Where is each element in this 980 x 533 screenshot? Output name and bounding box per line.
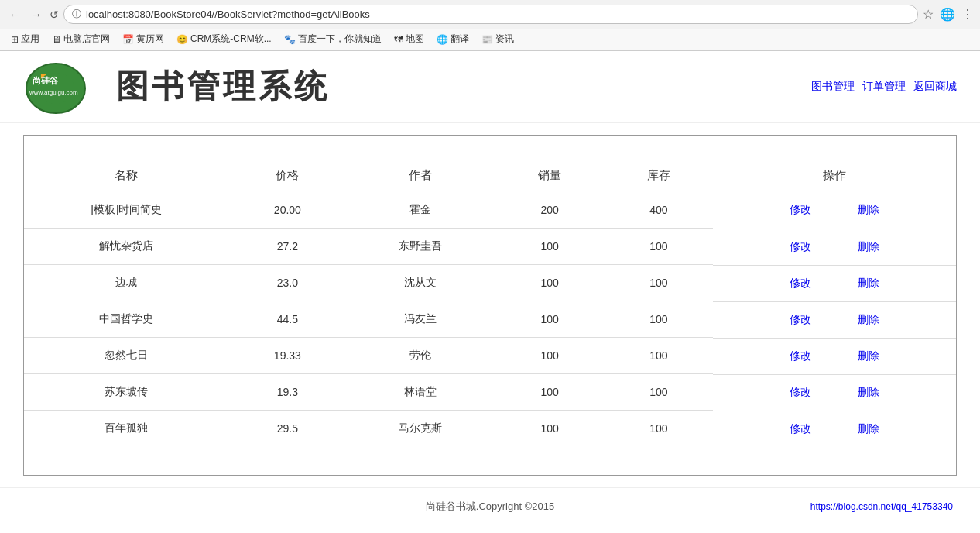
star-icon[interactable]: ☆ xyxy=(923,7,934,22)
menu-icon[interactable]: ⋮ xyxy=(961,7,974,22)
site-header: U 尚硅谷 www.atguigu.com 图书管理系统 图书管理 订单管理 返… xyxy=(0,51,980,123)
cell-name: 忽然七日 xyxy=(24,338,229,374)
cell-stock: 100 xyxy=(605,265,714,301)
nav-order-management[interactable]: 订单管理 xyxy=(862,80,906,94)
cell-name: 边城 xyxy=(24,265,229,301)
site-logo: U 尚硅谷 www.atguigu.com xyxy=(23,59,108,115)
edit-button[interactable]: 修改 xyxy=(790,422,811,436)
cell-sales: 100 xyxy=(495,411,605,447)
col-header-name: 名称 xyxy=(24,159,229,192)
table-row: 中国哲学史 44.5 冯友兰 100 100 修改 删除 xyxy=(24,301,956,338)
extension-icon[interactable]: 🌐 xyxy=(940,7,955,22)
table-row: 百年孤独 29.5 马尔克斯 100 100 修改 删除 xyxy=(24,411,956,447)
svg-text:尚硅谷: 尚硅谷 xyxy=(33,76,59,85)
cell-sales: 100 xyxy=(495,265,605,301)
bookmark-huangli[interactable]: 📅 黄历网 xyxy=(118,31,169,47)
news-icon: 📰 xyxy=(481,34,493,45)
delete-button[interactable]: 删除 xyxy=(858,203,879,217)
browser-action-icons: ☆ 🌐 ⋮ xyxy=(923,7,974,22)
bookmark-map[interactable]: 🗺 地图 xyxy=(389,31,429,47)
page-wrapper: U 尚硅谷 www.atguigu.com 图书管理系统 图书管理 订单管理 返… xyxy=(0,51,980,525)
baidu-icon: 🐾 xyxy=(284,34,296,45)
cell-sales: 200 xyxy=(495,192,605,229)
delete-button[interactable]: 删除 xyxy=(858,277,879,291)
cell-actions: 修改 删除 xyxy=(713,411,956,447)
delete-button[interactable]: 删除 xyxy=(858,313,879,327)
cell-actions: 修改 删除 xyxy=(713,192,956,228)
table-row: [模板]时间简史 20.00 霍金 200 400 修改 删除 xyxy=(24,192,956,229)
cell-author: 霍金 xyxy=(346,192,495,229)
cell-actions: 修改 删除 xyxy=(713,338,956,374)
translate-icon: 🌐 xyxy=(437,34,448,45)
cell-sales: 100 xyxy=(495,338,605,374)
site-title: 图书管理系统 xyxy=(116,65,330,108)
apps-icon: ⊞ xyxy=(11,34,19,45)
cell-price: 27.2 xyxy=(229,229,346,265)
delete-button[interactable]: 删除 xyxy=(858,422,879,436)
col-header-stock: 库存 xyxy=(605,159,714,192)
cell-price: 19.3 xyxy=(229,374,346,411)
forward-button[interactable]: → xyxy=(28,6,45,23)
table-row: 边城 23.0 沈从文 100 100 修改 删除 xyxy=(24,265,956,301)
lock-icon: ⓘ xyxy=(72,8,81,21)
table-row: 解忧杂货店 27.2 东野圭吾 100 100 修改 删除 xyxy=(24,229,956,265)
cell-author: 东野圭吾 xyxy=(346,229,495,265)
footer-copyright: 尚硅谷书城.Copyright ©2015 xyxy=(426,500,554,514)
pcstore-icon: 🖥 xyxy=(52,34,61,45)
cell-name: 苏东坡传 xyxy=(24,374,229,411)
cell-stock: 400 xyxy=(605,192,714,229)
cell-name: 百年孤独 xyxy=(24,411,229,447)
address-bar[interactable]: ⓘ localhost:8080/BookStore04//BookServle… xyxy=(63,5,918,24)
table-header-row: 名称 价格 作者 销量 库存 操作 xyxy=(24,159,956,192)
bookmark-baidu[interactable]: 🐾 百度一下，你就知道 xyxy=(279,31,386,47)
bookmark-crm[interactable]: 😊 CRM系统-CRM软... xyxy=(172,31,276,47)
delete-button[interactable]: 删除 xyxy=(858,240,879,254)
reload-button[interactable]: ↺ xyxy=(50,9,59,21)
col-header-author: 作者 xyxy=(346,159,495,192)
bookmarks-bar: ⊞ 应用 🖥 电脑店官网 📅 黄历网 😊 CRM系统-CRM软... 🐾 百度一… xyxy=(0,29,980,50)
map-icon: 🗺 xyxy=(394,34,403,45)
delete-button[interactable]: 删除 xyxy=(858,386,879,400)
cell-author: 冯友兰 xyxy=(346,301,495,338)
url-text: localhost:8080/BookStore04//BookServlet?… xyxy=(86,9,910,20)
main-content: 名称 价格 作者 销量 库存 操作 [模板]时间简史 20.00 霍金 200 … xyxy=(23,135,957,476)
huangli-icon: 📅 xyxy=(122,34,134,45)
nav-book-management[interactable]: 图书管理 xyxy=(811,80,855,94)
delete-button[interactable]: 删除 xyxy=(858,349,879,363)
logo-area: U 尚硅谷 www.atguigu.com 图书管理系统 xyxy=(23,59,330,115)
cell-author: 劳伦 xyxy=(346,338,495,374)
cell-price: 19.33 xyxy=(229,338,346,374)
edit-button[interactable]: 修改 xyxy=(790,349,811,363)
edit-button[interactable]: 修改 xyxy=(790,240,811,254)
table-row: 忽然七日 19.33 劳伦 100 100 修改 删除 xyxy=(24,338,956,374)
cell-stock: 100 xyxy=(605,229,714,265)
nav-return-store[interactable]: 返回商城 xyxy=(913,80,957,94)
bookmark-translate[interactable]: 🌐 翻译 xyxy=(432,31,474,47)
cell-stock: 100 xyxy=(605,338,714,374)
crm-icon: 😊 xyxy=(176,34,188,45)
edit-button[interactable]: 修改 xyxy=(790,386,811,400)
bookmark-news[interactable]: 📰 资讯 xyxy=(477,31,519,47)
cell-actions: 修改 删除 xyxy=(713,374,956,411)
edit-button[interactable]: 修改 xyxy=(790,277,811,291)
footer-blog-link[interactable]: https://blog.csdn.net/qq_41753340 xyxy=(810,501,953,512)
cell-price: 44.5 xyxy=(229,301,346,338)
header-nav: 图书管理 订单管理 返回商城 xyxy=(811,80,957,94)
bookmark-pcstore[interactable]: 🖥 电脑店官网 xyxy=(47,31,115,47)
col-header-price: 价格 xyxy=(229,159,346,192)
cell-actions: 修改 删除 xyxy=(713,229,956,265)
bookmark-apps[interactable]: ⊞ 应用 xyxy=(6,31,44,47)
col-header-action: 操作 xyxy=(713,159,956,192)
footer-wrap: 尚硅谷书城.Copyright ©2015 https://blog.csdn.… xyxy=(12,500,968,514)
cell-actions: 修改 删除 xyxy=(713,265,956,301)
cell-name: 解忧杂货店 xyxy=(24,229,229,265)
cell-sales: 100 xyxy=(495,374,605,411)
cell-price: 29.5 xyxy=(229,411,346,447)
cell-stock: 100 xyxy=(605,301,714,338)
edit-button[interactable]: 修改 xyxy=(790,203,811,217)
back-button[interactable]: ← xyxy=(6,6,23,23)
table-row: 苏东坡传 19.3 林语堂 100 100 修改 删除 xyxy=(24,374,956,411)
cell-name: 中国哲学史 xyxy=(24,301,229,338)
edit-button[interactable]: 修改 xyxy=(790,313,811,327)
svg-text:www.atguigu.com: www.atguigu.com xyxy=(29,89,78,96)
